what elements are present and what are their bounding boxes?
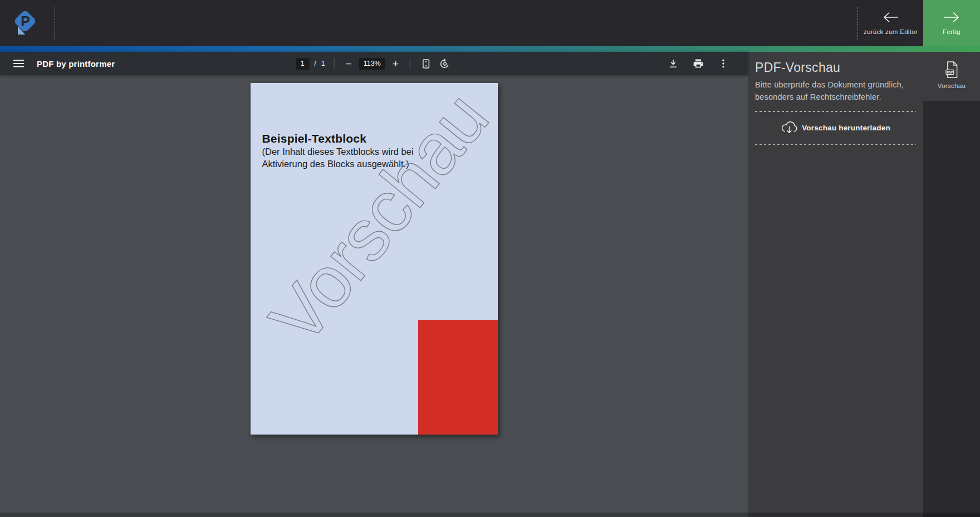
tab-vorschau-label: Vorschau [938, 82, 966, 89]
zoom-in-button[interactable]: + [390, 58, 401, 69]
total-pages: 1 [321, 60, 325, 67]
rotate-ccw-icon[interactable] [438, 57, 452, 71]
back-to-editor-button[interactable]: zurück zum Editor [858, 0, 923, 46]
page-separator: / [314, 60, 316, 67]
svg-text:P: P [21, 13, 30, 29]
pdf-file-icon: PDF [945, 61, 959, 79]
pdf-viewer-canvas[interactable]: Beispiel-Textblock (Der Inhalt dieses Te… [0, 75, 748, 517]
current-page-input[interactable]: 1 [296, 58, 309, 70]
printformer-logo-icon: P [12, 9, 38, 37]
download-preview-label: Vorschau herunterladen [802, 124, 890, 132]
pdf-preview-sidebar: PDF-Vorschau Bitte überprüfe das Dokumen… [748, 52, 923, 517]
arrow-right-icon [943, 11, 960, 23]
document-heading: Beispiel-Textblock [262, 132, 367, 145]
pdf-viewer-column: PDF by printformer 1 / 1 − 113% + [0, 52, 748, 517]
printformer-logo[interactable]: P [0, 0, 38, 46]
sidebar-title: PDF-Vorschau [755, 60, 916, 75]
sidebar-subtitle: Bitte überprüfe das Dokument gründlich, … [755, 79, 916, 104]
toolbar-divider [334, 58, 335, 69]
print-icon[interactable] [692, 57, 705, 70]
download-preview-button[interactable]: Vorschau herunterladen [755, 112, 916, 144]
cloud-download-icon [781, 121, 798, 135]
pdf-page: Beispiel-Textblock (Der Inhalt dieses Te… [251, 83, 498, 435]
red-color-block [418, 320, 498, 435]
back-to-editor-label: zurück zum Editor [864, 28, 918, 35]
document-body-line2: Aktivierung des Blocks ausgewählt.) [262, 158, 414, 170]
document-body-text: (Der Inhalt dieses Textblocks wird bei A… [262, 146, 414, 170]
download-icon[interactable] [667, 57, 680, 70]
svg-text:PDF: PDF [947, 71, 953, 74]
arrow-left-icon [883, 11, 899, 23]
dashed-divider [755, 144, 916, 145]
done-label: Fertig [943, 28, 961, 35]
toolbar-divider [410, 58, 410, 69]
zoom-out-button[interactable]: − [344, 58, 354, 69]
brand-gradient-bar [0, 46, 980, 52]
done-button[interactable]: Fertig [923, 0, 980, 46]
fit-to-page-icon[interactable] [419, 57, 433, 71]
pdf-viewer-title: PDF by printformer [37, 59, 115, 69]
document-body-line1: (Der Inhalt dieses Textblocks wird bei [262, 146, 414, 158]
tab-vorschau[interactable]: PDF Vorschau [923, 52, 980, 101]
main-content: PDF by printformer 1 / 1 − 113% + [0, 52, 980, 517]
kebab-menu-icon[interactable] [717, 57, 730, 70]
hamburger-menu-icon[interactable] [12, 58, 25, 69]
preview-watermark: Vorschau [253, 83, 498, 360]
right-tab-rail: PDF Vorschau [923, 52, 980, 517]
top-app-bar: P zurück zum Editor Fertig [0, 0, 980, 46]
zoom-level-value[interactable]: 113% [359, 58, 385, 70]
pdf-viewer-toolbar: PDF by printformer 1 / 1 − 113% + [0, 52, 748, 75]
